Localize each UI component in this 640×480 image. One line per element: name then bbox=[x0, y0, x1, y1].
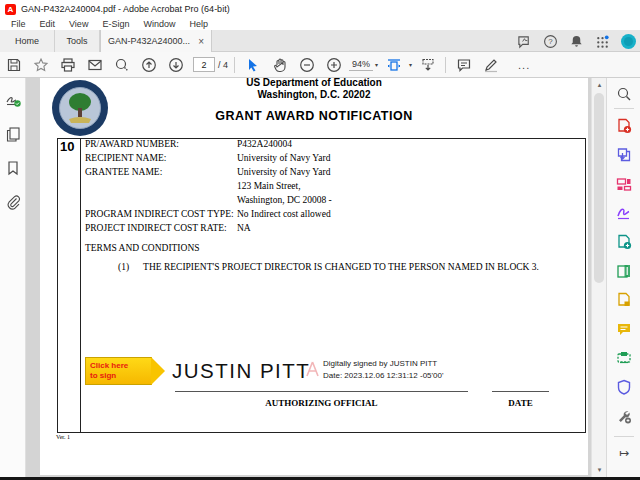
title-bar: A GAN-P432A240004.pdf - Adobe Acrobat Pr… bbox=[0, 0, 640, 18]
more-tools-wrench-icon[interactable] bbox=[616, 408, 632, 424]
digital-signature-details: Digitally signed by JUSTIN PITT Date: 20… bbox=[323, 358, 443, 381]
signatures-panel-icon[interactable] bbox=[5, 92, 21, 108]
scan-ocr-icon[interactable] bbox=[616, 350, 632, 366]
tab-tools[interactable]: Tools bbox=[55, 30, 100, 52]
zoom-dropdown-caret-icon[interactable]: ▾ bbox=[375, 61, 378, 68]
zoom-level-value[interactable]: 94% bbox=[349, 58, 373, 71]
signature-name: JUSTIN PITT bbox=[172, 359, 310, 383]
select-tool-button[interactable] bbox=[239, 52, 266, 77]
menu-view[interactable]: View bbox=[62, 19, 95, 29]
field-value: University of Navy Yard bbox=[237, 153, 330, 163]
next-page-button[interactable] bbox=[162, 52, 189, 77]
user-avatar[interactable] bbox=[621, 34, 636, 49]
field-value: P432A240004 bbox=[237, 139, 292, 149]
toolbar-divider bbox=[445, 57, 446, 73]
save-button[interactable] bbox=[0, 52, 27, 77]
field-value: University of Navy Yard bbox=[237, 167, 330, 177]
fit-dropdown-caret-icon[interactable]: ▾ bbox=[409, 61, 412, 68]
page-scroll-icon bbox=[420, 57, 436, 73]
comment-tool-icon[interactable] bbox=[616, 321, 632, 337]
plus-circle-icon bbox=[326, 57, 342, 73]
tab-close-icon[interactable]: × bbox=[198, 36, 204, 47]
notifications-bell-icon[interactable] bbox=[569, 34, 584, 49]
field-label: GRANTEE NAME: bbox=[85, 167, 237, 177]
menu-file[interactable]: File bbox=[4, 19, 33, 29]
star-icon bbox=[33, 57, 49, 73]
acrobat-logo-icon: A bbox=[5, 4, 16, 15]
zoom-out-button[interactable] bbox=[293, 52, 320, 77]
digital-signature-line2: Date: 2023.12.06 12:31:12 -05'00' bbox=[323, 370, 443, 382]
vertical-scrollbar[interactable]: ▴ ▾ bbox=[591, 78, 606, 477]
scroll-mode-button[interactable] bbox=[414, 52, 441, 77]
attachments-paperclip-icon[interactable] bbox=[5, 194, 21, 210]
pen-icon bbox=[483, 57, 499, 73]
block-number: 10 bbox=[60, 139, 74, 154]
date-line bbox=[492, 391, 549, 392]
scroll-down-arrow-icon[interactable]: ▾ bbox=[592, 463, 607, 477]
request-signatures-icon[interactable] bbox=[616, 234, 632, 250]
field-value: NA bbox=[237, 223, 251, 233]
compress-pdf-icon[interactable] bbox=[616, 292, 632, 308]
sign-button[interactable] bbox=[477, 52, 504, 77]
left-panel-rail bbox=[0, 78, 26, 477]
field-value: Washington, DC 20008 - bbox=[237, 195, 332, 205]
click-to-sign-tag[interactable]: Click here to sign bbox=[85, 357, 152, 385]
feedback-icon[interactable] bbox=[517, 34, 532, 49]
menu-window[interactable]: Window bbox=[136, 19, 182, 29]
print-button[interactable] bbox=[54, 52, 81, 77]
field-row: Washington, DC 20008 - bbox=[85, 195, 332, 205]
fit-width-icon bbox=[386, 57, 402, 73]
scroll-up-arrow-icon[interactable]: ▴ bbox=[592, 78, 607, 92]
previous-page-button[interactable] bbox=[135, 52, 162, 77]
search-icon bbox=[114, 57, 130, 73]
apps-grid-icon[interactable] bbox=[595, 34, 610, 49]
date-label: DATE bbox=[492, 398, 549, 408]
bookmarks-icon[interactable] bbox=[5, 160, 21, 176]
organize-pages-icon[interactable] bbox=[616, 176, 632, 192]
edit-pdf-icon[interactable] bbox=[616, 263, 632, 279]
menu-edit[interactable]: Edit bbox=[33, 19, 63, 29]
email-button[interactable] bbox=[81, 52, 108, 77]
comment-button[interactable] bbox=[450, 52, 477, 77]
comment-icon bbox=[456, 57, 472, 73]
digital-signature-line1: Digitally signed by JUSTIN PITT bbox=[323, 358, 443, 370]
window-title: GAN-P432A240004.pdf - Adobe Acrobat Pro … bbox=[21, 4, 230, 14]
rail-divider bbox=[614, 436, 634, 437]
search-icon[interactable] bbox=[616, 86, 632, 102]
tab-bar: Home Tools GAN-P432A24000... × ? bbox=[0, 30, 640, 52]
doc-header-line1: US Department of Education bbox=[40, 77, 588, 88]
fit-width-button[interactable] bbox=[380, 52, 407, 77]
field-value: No Indirect cost allowed bbox=[237, 209, 331, 219]
field-label: RECIPIENT NAME: bbox=[85, 153, 237, 163]
field-row: PROGRAM INDIRECT COST TYPE:No Indirect c… bbox=[85, 209, 331, 219]
printer-icon bbox=[60, 57, 76, 73]
doc-title: GRANT AWARD NOTIFICATION bbox=[40, 109, 588, 123]
help-icon[interactable]: ? bbox=[543, 34, 558, 49]
field-row: 123 Main Street, bbox=[85, 181, 301, 191]
protect-shield-icon[interactable] bbox=[616, 379, 632, 395]
menu-esign[interactable]: E-Sign bbox=[95, 19, 136, 29]
open-tools-pane-icon[interactable]: ↦ bbox=[607, 446, 640, 460]
tab-tools-label: Tools bbox=[66, 36, 87, 46]
page-total-label: / 4 bbox=[218, 60, 228, 70]
pdf-page[interactable]: US Department of Education Washington, D… bbox=[40, 78, 588, 475]
minus-circle-icon bbox=[299, 57, 315, 73]
favorite-button[interactable] bbox=[27, 52, 54, 77]
scrollbar-thumb[interactable] bbox=[594, 93, 604, 283]
zoom-in-button[interactable] bbox=[320, 52, 347, 77]
tab-home[interactable]: Home bbox=[0, 30, 55, 52]
more-tools-ellipsis[interactable]: ... bbox=[518, 59, 530, 71]
field-value: 123 Main Street, bbox=[237, 181, 301, 191]
hand-icon bbox=[272, 57, 288, 73]
page-number-input[interactable]: 2 bbox=[193, 57, 215, 72]
menu-help[interactable]: Help bbox=[182, 19, 215, 29]
find-button[interactable] bbox=[108, 52, 135, 77]
hand-tool-button[interactable] bbox=[266, 52, 293, 77]
create-pdf-icon[interactable] bbox=[616, 118, 632, 134]
export-pdf-icon[interactable] bbox=[616, 147, 632, 163]
page-thumbnails-icon[interactable] bbox=[5, 126, 21, 142]
fill-sign-icon[interactable] bbox=[616, 205, 632, 221]
tab-document[interactable]: GAN-P432A24000... × bbox=[100, 30, 212, 52]
arrow-down-circle-icon bbox=[168, 57, 184, 73]
version-label: Ver. 1 bbox=[56, 434, 70, 440]
